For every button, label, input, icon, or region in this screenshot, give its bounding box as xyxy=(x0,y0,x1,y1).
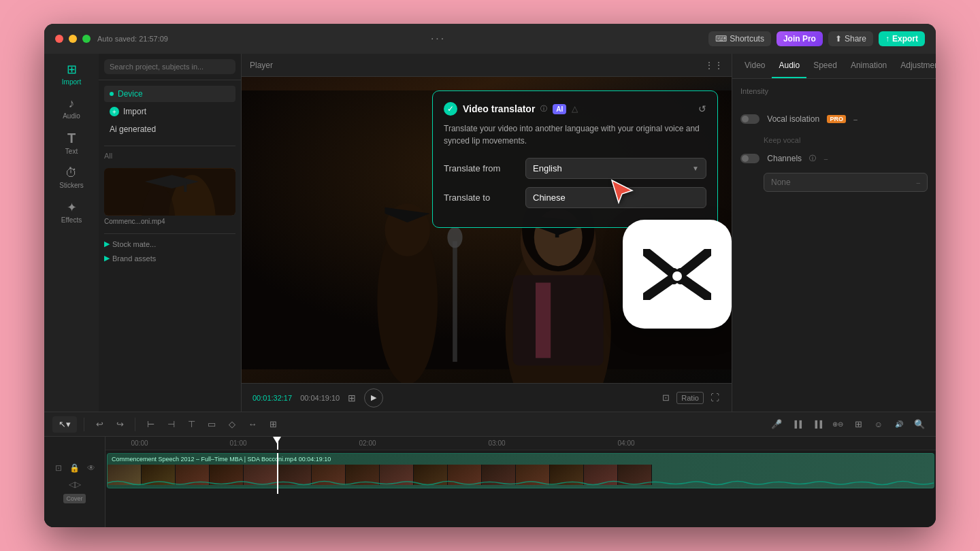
stock-materials-header[interactable]: ▶ Stock mate... xyxy=(99,237,241,251)
add-track-button[interactable]: ⊞ xyxy=(850,416,866,433)
arrow-icon: ▶ xyxy=(104,239,110,248)
track-audio-icon[interactable]: ◁▷ xyxy=(68,478,82,491)
channels-toggle-knob xyxy=(742,155,749,162)
emoji-button[interactable]: ☺ xyxy=(870,416,887,433)
channels-info-icon[interactable]: ⓘ xyxy=(809,154,816,163)
delete-tool[interactable]: ⊤ xyxy=(183,416,199,433)
zoom-in-button[interactable]: 🔍 xyxy=(911,416,928,433)
ruler-mark-1: 01:00 xyxy=(174,439,303,447)
from-value: English xyxy=(533,163,562,173)
timeline-body: ⊡ 🔒 👁 ◁▷ Cover 00:00 01:00 02:00 xyxy=(44,437,936,527)
ratio-button[interactable]: Ratio xyxy=(676,392,704,404)
player-controls: 00:01:32:17 00:04:19:10 ⊞ ▶ ⊡ Ratio ⛶ xyxy=(242,383,732,412)
none-label: None xyxy=(771,178,791,187)
microphone-button[interactable]: 🎤 xyxy=(768,416,785,433)
channels-select[interactable]: None – xyxy=(764,173,928,192)
title-bar: Auto saved: 21:57:09 ··· ⌨ Shortcuts Joi… xyxy=(44,24,936,54)
track-clip[interactable]: Commencement Speech 2012 – Full–Time MBA… xyxy=(107,453,934,488)
text-icon: T xyxy=(67,131,76,146)
audio-waveform xyxy=(108,478,934,488)
trim-tool[interactable]: ⊣ xyxy=(163,416,179,433)
media-thumb[interactable]: Added 04:20 Commenc...oni.mp4 xyxy=(104,168,235,225)
traffic-light-yellow[interactable] xyxy=(69,35,77,43)
reset-icon[interactable]: ↺ xyxy=(698,103,706,114)
track-3-button[interactable]: ⊕⊖ xyxy=(830,416,846,433)
channels-dropdown-arrow: – xyxy=(916,179,920,186)
title-bar-right: ⌨ Shortcuts Join Pro ⬆ Share ↑ Export xyxy=(708,31,925,46)
title-bar-center: ··· xyxy=(168,33,708,45)
translate-from-select[interactable]: English ▼ xyxy=(525,158,706,179)
media-nav-ai-generated[interactable]: Ai generated xyxy=(104,121,235,137)
media-nav-device[interactable]: Device xyxy=(104,86,235,102)
select-tool[interactable]: ↖▾ xyxy=(52,416,77,433)
vocal-isolation-label: Vocal isolation PRO – xyxy=(740,114,858,124)
redo-button[interactable]: ↪ xyxy=(112,416,128,433)
search-input[interactable] xyxy=(104,59,235,74)
cover-label: Cover xyxy=(63,494,85,503)
keyframe-tool[interactable]: ◇ xyxy=(224,416,240,433)
translate-from-label: Translate from xyxy=(444,163,525,173)
ruler-mark-4: 04:00 xyxy=(561,439,691,447)
grid-view-icon[interactable]: ⊞ xyxy=(348,393,356,403)
volume-button[interactable]: 🔊 xyxy=(891,416,907,433)
media-nav-import[interactable]: + Import xyxy=(104,103,235,120)
capcut-logo xyxy=(623,220,732,329)
tab-animation[interactable]: Animation xyxy=(844,54,894,78)
tab-video[interactable]: Video xyxy=(738,54,772,78)
flip-tool[interactable]: ↔ xyxy=(244,416,261,433)
translator-popup: ✓ Video translator ⓘ AI △ ↺ Translate yo… xyxy=(432,90,718,228)
crop-tool[interactable]: ▭ xyxy=(203,416,220,433)
center-area: Player ⋮⋮ xyxy=(242,54,732,412)
vocal-isolation-toggle[interactable] xyxy=(740,114,760,124)
track-1-button[interactable]: ▐▐ xyxy=(789,416,805,433)
media-search xyxy=(99,54,241,80)
sidebar-item-effects[interactable]: ✦ Effects xyxy=(44,195,99,229)
translate-to-label: Translate to xyxy=(444,193,525,203)
sidebar-item-audio[interactable]: ♪ Audio xyxy=(44,91,99,125)
dots-menu[interactable]: ··· xyxy=(431,33,446,45)
screenshot-icon[interactable]: ⊡ xyxy=(661,391,671,404)
svg-rect-14 xyxy=(513,275,604,365)
extend-tool[interactable]: ⊞ xyxy=(265,416,281,433)
shortcuts-button[interactable]: ⌨ Shortcuts xyxy=(708,31,771,46)
tab-adjustment[interactable]: Adjustment xyxy=(894,54,936,78)
share-button[interactable]: ⬆ Share xyxy=(828,31,873,46)
join-pro-button[interactable]: Join Pro xyxy=(777,31,823,46)
track-eye-icon[interactable]: 👁 xyxy=(84,461,98,475)
vocal-info-icon[interactable]: – xyxy=(853,116,858,123)
sidebar-item-import[interactable]: ⊞ Import xyxy=(44,56,99,91)
traffic-light-green[interactable] xyxy=(82,35,91,43)
split-tool[interactable]: ⊢ xyxy=(142,416,159,433)
track-visibility-icon[interactable]: 🔒 xyxy=(68,461,82,475)
brand-assets-header[interactable]: ▶ Brand assets xyxy=(99,251,241,265)
undo-button[interactable]: ↩ xyxy=(91,416,108,433)
track-lock-icon[interactable]: ⊡ xyxy=(52,461,65,475)
play-button[interactable]: ▶ xyxy=(364,388,383,407)
dropdown-arrow: ▼ xyxy=(692,165,699,172)
info-icon[interactable]: ⓘ xyxy=(540,104,547,114)
translator-header: ✓ Video translator ⓘ AI △ ↺ xyxy=(444,102,706,116)
fullscreen-icon[interactable]: ⛶ xyxy=(709,391,721,404)
player-menu-icon[interactable]: ⋮⋮ xyxy=(704,60,723,71)
right-panel-tabs: Video Audio Speed Animation Adjustment » xyxy=(732,54,936,79)
sidebar-item-text[interactable]: T Text xyxy=(44,125,99,161)
traffic-lights xyxy=(55,35,91,43)
export-button[interactable]: ↑ Export xyxy=(879,31,925,46)
check-icon: ✓ xyxy=(444,102,457,116)
current-time: 00:01:32:17 xyxy=(252,394,292,402)
thumbnail-image: Added 04:20 xyxy=(104,168,235,216)
channels-label: Channels ⓘ – xyxy=(740,154,828,163)
player-label: Player xyxy=(250,61,273,70)
track-2-button[interactable]: ▐▐ xyxy=(809,416,826,433)
tab-audio[interactable]: Audio xyxy=(772,54,806,78)
sidebar-item-stickers[interactable]: ⏱ Stickers xyxy=(44,161,99,195)
separator2 xyxy=(135,418,135,431)
traffic-light-red[interactable] xyxy=(55,35,63,43)
keyboard-icon: ⌨ xyxy=(715,34,727,44)
track-clip-label: Commencement Speech 2012 – Full–Time MBA… xyxy=(108,454,934,465)
tab-speed[interactable]: Speed xyxy=(806,54,844,78)
audio-icon: ♪ xyxy=(69,97,75,111)
svg-marker-20 xyxy=(612,180,632,203)
channels-toggle[interactable] xyxy=(740,154,760,163)
ruler-mark-3: 03:00 xyxy=(432,439,561,447)
